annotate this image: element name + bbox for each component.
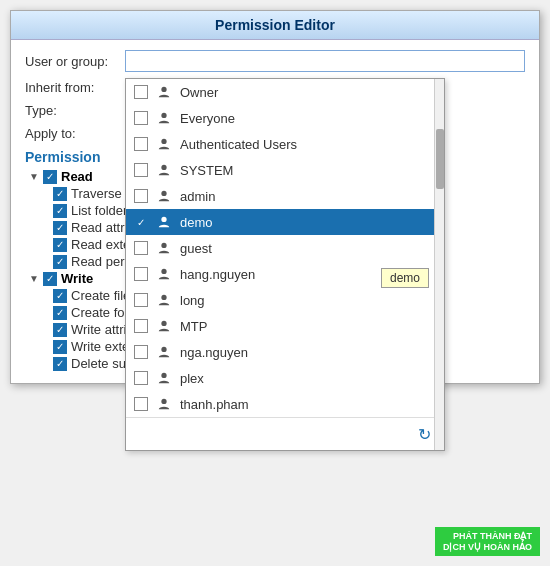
scrollbar-thumb[interactable]: [436, 129, 444, 189]
read-arrow: ▼: [29, 171, 39, 182]
dialog-body: User or group: Inherit from: Type: Apply…: [11, 40, 539, 383]
plex-label: plex: [180, 371, 204, 386]
dropdown-item-hang-nguyen[interactable]: hang.nguyen: [126, 261, 444, 287]
user-or-group-row: User or group:: [25, 50, 525, 72]
svg-point-11: [161, 373, 166, 378]
svg-point-2: [161, 139, 166, 144]
authenticated-checkbox[interactable]: [134, 137, 148, 151]
write-group-label: Write: [61, 271, 93, 286]
watermark-line2: DỊCH VỤ HOÀN HẢO: [443, 542, 532, 552]
user-icon: [156, 136, 172, 152]
svg-point-6: [161, 243, 166, 248]
dropdown-list: Owner Everyone Authenticated Users SYSTE…: [126, 79, 444, 417]
watermark: PHÁT THÀNH ĐẠT DỊCH VỤ HOÀN HẢO: [435, 527, 540, 556]
user-dropdown[interactable]: Owner Everyone Authenticated Users SYSTE…: [125, 78, 445, 451]
system-label: SYSTEM: [180, 163, 233, 178]
write-checkbox[interactable]: ✓: [43, 272, 57, 286]
dropdown-item-admin[interactable]: admin: [126, 183, 444, 209]
thanh-pham-checkbox[interactable]: [134, 397, 148, 411]
dropdown-item-nga-nguyen[interactable]: nga.nguyen: [126, 339, 444, 365]
svg-point-5: [161, 217, 166, 222]
hang-nguyen-checkbox[interactable]: [134, 267, 148, 281]
dropdown-item-owner[interactable]: Owner: [126, 79, 444, 105]
dropdown-item-demo[interactable]: ✓ demo: [126, 209, 444, 235]
read-checkbox[interactable]: ✓: [43, 170, 57, 184]
user-icon: [156, 318, 172, 334]
write-arrow: ▼: [29, 273, 39, 284]
user-icon: [156, 110, 172, 126]
guest-checkbox[interactable]: [134, 241, 148, 255]
read-permissions-checkbox[interactable]: ✓: [53, 255, 67, 269]
create-folders-checkbox[interactable]: ✓: [53, 306, 67, 320]
user-or-group-label: User or group:: [25, 54, 125, 69]
user-icon: [156, 266, 172, 282]
svg-point-0: [161, 87, 166, 92]
authenticated-label: Authenticated Users: [180, 137, 297, 152]
svg-point-4: [161, 191, 166, 196]
user-icon: [156, 188, 172, 204]
dropdown-item-guest[interactable]: guest: [126, 235, 444, 261]
user-icon: [156, 84, 172, 100]
long-checkbox[interactable]: [134, 293, 148, 307]
read-group-label: Read: [61, 169, 93, 184]
admin-checkbox[interactable]: [134, 189, 148, 203]
watermark-line1: PHÁT THÀNH ĐẠT: [453, 531, 532, 541]
read-attributes-checkbox[interactable]: ✓: [53, 221, 67, 235]
user-icon: [156, 344, 172, 360]
user-icon: [156, 292, 172, 308]
everyone-label: Everyone: [180, 111, 235, 126]
user-or-group-input[interactable]: [125, 50, 525, 72]
demo-checkbox[interactable]: ✓: [134, 215, 148, 229]
svg-point-3: [161, 165, 166, 170]
dropdown-item-long[interactable]: long: [126, 287, 444, 313]
user-icon: [156, 240, 172, 256]
delete-subfolders-checkbox[interactable]: ✓: [53, 357, 67, 371]
user-icon: [156, 162, 172, 178]
svg-point-7: [161, 269, 166, 274]
nga-nguyen-label: nga.nguyen: [180, 345, 248, 360]
hang-nguyen-label: hang.nguyen: [180, 267, 255, 282]
system-checkbox[interactable]: [134, 163, 148, 177]
create-files-checkbox[interactable]: ✓: [53, 289, 67, 303]
apply-to-label: Apply to:: [25, 126, 125, 141]
dropdown-footer: ↻: [126, 417, 444, 450]
svg-point-10: [161, 347, 166, 352]
plex-checkbox[interactable]: [134, 371, 148, 385]
type-label: Type:: [25, 103, 125, 118]
nga-nguyen-checkbox[interactable]: [134, 345, 148, 359]
long-label: long: [180, 293, 205, 308]
dropdown-item-system[interactable]: SYSTEM: [126, 157, 444, 183]
dropdown-item-thanh-pham[interactable]: thanh.pham: [126, 391, 444, 417]
read-extended-checkbox[interactable]: ✓: [53, 238, 67, 252]
dialog-title: Permission Editor: [11, 11, 539, 40]
refresh-button[interactable]: ↻: [412, 422, 436, 446]
mtp-checkbox[interactable]: [134, 319, 148, 333]
svg-point-8: [161, 295, 166, 300]
owner-label: Owner: [180, 85, 218, 100]
user-icon: [156, 396, 172, 412]
svg-point-12: [161, 399, 166, 404]
dropdown-item-mtp[interactable]: MTP: [126, 313, 444, 339]
write-attributes-checkbox[interactable]: ✓: [53, 323, 67, 337]
owner-checkbox[interactable]: [134, 85, 148, 99]
svg-point-9: [161, 321, 166, 326]
admin-label: admin: [180, 189, 215, 204]
dropdown-item-everyone[interactable]: Everyone: [126, 105, 444, 131]
guest-label: guest: [180, 241, 212, 256]
thanh-pham-label: thanh.pham: [180, 397, 249, 412]
dropdown-item-plex[interactable]: plex: [126, 365, 444, 391]
permission-editor-dialog: Permission Editor User or group: Inherit…: [10, 10, 540, 384]
demo-label: demo: [180, 215, 213, 230]
user-icon: [156, 370, 172, 386]
svg-point-1: [161, 113, 166, 118]
list-folders-checkbox[interactable]: ✓: [53, 204, 67, 218]
write-extended-checkbox[interactable]: ✓: [53, 340, 67, 354]
traverse-checkbox[interactable]: ✓: [53, 187, 67, 201]
user-icon: [156, 214, 172, 230]
scrollbar-track[interactable]: [434, 79, 444, 450]
mtp-label: MTP: [180, 319, 207, 334]
dropdown-item-authenticated[interactable]: Authenticated Users: [126, 131, 444, 157]
everyone-checkbox[interactable]: [134, 111, 148, 125]
inherit-from-label: Inherit from:: [25, 80, 125, 95]
